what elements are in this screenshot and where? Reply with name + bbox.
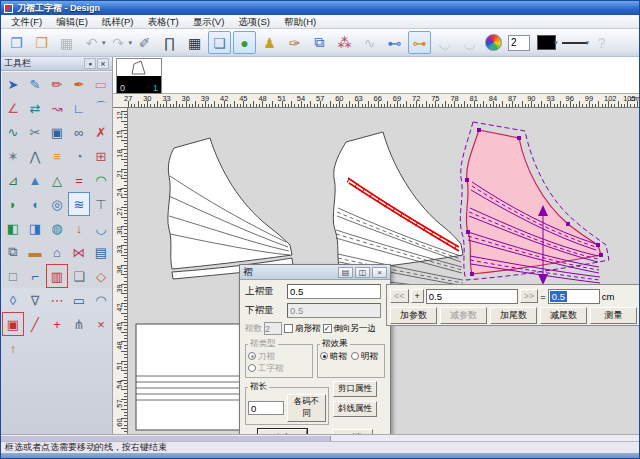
tool-leaf[interactable]: ◗ [2,192,24,216]
menu-view[interactable]: 显示(V) [187,15,231,28]
tool-copy-piece[interactable]: ❏ [68,264,90,288]
tool-pull-cross[interactable]: ✗ [90,120,112,144]
tool-sewing-machine[interactable]: ⌂ [46,240,68,264]
notch-properties-button[interactable]: 剪口属性 [333,381,377,397]
tool-twin-piece[interactable]: ◨ [24,216,46,240]
pattern-piece-draft[interactable] [168,138,293,279]
pleat-dialog-titlebar[interactable]: 褶 ▤ ◫ × [240,265,390,280]
sub-tail-button[interactable]: 减尾数 [540,307,587,324]
show-fill-icon[interactable]: ● [233,31,256,54]
pleat-length-input[interactable] [248,401,284,415]
upper-pleat-input[interactable] [287,284,381,299]
tool-awl[interactable]: ↓ [68,216,90,240]
tool-grid-boxes[interactable]: ⊞ [90,144,112,168]
tool-corner-join[interactable]: ⌐ [24,264,46,288]
tool-mirror[interactable]: ⧉ [2,240,24,264]
tool-boat[interactable]: ◡ [90,216,112,240]
tool-pleat-insert[interactable]: ▥ [46,264,68,288]
tool-cut-out[interactable]: ◊ [2,288,24,312]
tool-pleat-sew[interactable]: ⋈ [68,240,90,264]
tool-dart[interactable]: △ [46,168,68,192]
add-param-button[interactable]: 加参数 [390,307,437,324]
tool-frame-select[interactable]: ▣ [2,312,24,336]
horizontal-scrollbar[interactable] [1,434,640,441]
tool-tuck[interactable]: ◖ [24,192,46,216]
grid-table-icon[interactable]: ▦ [183,31,206,54]
tool-skew[interactable]: ⇄ [24,96,46,120]
tool-angle-point[interactable]: ∠ [2,96,24,120]
menu-table[interactable]: 表格(T) [141,15,184,28]
slant-properties-button[interactable]: 斜线属性 [333,401,377,417]
tool-lift[interactable]: ↑ [2,336,24,360]
user-tool-icon[interactable]: ♟ [258,31,281,54]
visible-pleat-radio[interactable]: 明褶 [351,351,378,361]
tool-claw-pick[interactable]: ⋔ [68,312,90,336]
tool-t-ruler[interactable]: ⊤ [90,192,112,216]
keypad-icon[interactable]: ▤ [338,267,353,278]
tool-eraser-tool[interactable]: ▭ [90,72,112,96]
tool-mound[interactable]: ◠ [90,168,112,192]
tool-comb[interactable]: ≡ [46,144,68,168]
menu-file[interactable]: 文件(F) [5,15,48,28]
tool-slant-line[interactable]: ╱ [24,312,46,336]
tool-piece[interactable]: ◧ [2,216,24,240]
share-link-icon[interactable]: ⧉ [308,31,331,54]
tool-star-cut[interactable]: ✶ [2,144,24,168]
tool-seam[interactable]: ▣ [46,120,68,144]
new-document-icon[interactable]: ❐ [5,31,28,54]
tool-fold[interactable]: ◇ [90,264,112,288]
color-wheel[interactable] [485,34,502,51]
tool-scissors[interactable]: ✂ [24,120,46,144]
tool-pen[interactable]: ✒ [68,72,90,96]
menu-pattern[interactable]: 纸样(P) [96,15,140,28]
tool-curve-adjust[interactable]: ✎ [24,72,46,96]
tool-protractor[interactable]: ◔ [68,144,90,168]
point-tool-icon[interactable]: ⊶ [408,31,431,54]
pattern-piece-finished[interactable] [460,122,609,285]
collapse-icon[interactable]: ◫ [355,267,370,278]
close-icon[interactable]: × [97,58,109,69]
menu-help[interactable]: 帮助(H) [278,15,322,28]
menu-options[interactable]: 选项(S) [232,15,276,28]
hidden-pleat-radio[interactable]: 暗褶 [320,351,347,361]
tool-set-square[interactable]: ⊿ [2,168,24,192]
plot-table-icon[interactable]: ∏ [158,31,181,54]
tool-marquee[interactable]: □ [2,264,24,288]
tool-cross-check[interactable]: × [90,312,112,336]
pin-icon[interactable]: ▪ [84,58,96,69]
color-dots-icon[interactable]: ⁂ [333,31,356,54]
chevron-down-icon[interactable]: ▾ [554,39,558,47]
tool-drawer[interactable]: ▤ [90,240,112,264]
line-width-input[interactable] [508,35,530,51]
tool-swan[interactable]: ↝ [46,96,68,120]
tool-curve[interactable]: ∿ [2,120,24,144]
tool-wave-signal[interactable]: ◠ [90,288,112,312]
tool-glasses[interactable]: ∞ [68,120,90,144]
tool-angle-cut[interactable]: ∇ [24,288,46,312]
chevron-down-icon[interactable]: ▾ [586,39,590,47]
reverse-side-checkbox[interactable]: ✓ [323,324,332,333]
tool-arc[interactable]: ⌒ [90,96,112,120]
tool-select[interactable]: ➤ [2,72,24,96]
add-tail-button[interactable]: 加尾数 [490,307,537,324]
tool-belt[interactable]: ▬ [24,240,46,264]
measure-input[interactable] [426,289,518,304]
brush-icon[interactable]: ✑ [283,31,306,54]
measure-result-field[interactable]: 0.5 [548,289,600,304]
tool-pleat-lines[interactable]: ≋ [68,192,90,216]
tool-pencil[interactable]: ✏ [46,72,68,96]
tool-fill-bucket[interactable]: ◍ [46,216,68,240]
close-icon[interactable]: × [372,267,387,278]
tool-dotted-join[interactable]: ⋯ [46,288,68,312]
fan-pleat-checkbox[interactable] [284,324,293,333]
line-style[interactable] [562,35,588,50]
tool-pin-line[interactable]: + [46,312,68,336]
measure-tool-icon[interactable]: ⊷ [383,31,406,54]
measure-button[interactable]: 测量 [590,307,637,324]
tool-parallel-lines[interactable]: = [68,168,90,192]
pattern-window-icon[interactable]: ❏ [208,31,231,54]
per-size-button[interactable]: 各码不同 [287,394,326,422]
open-file-icon[interactable]: ❒ [30,31,53,54]
menu-edit[interactable]: 编辑(E) [50,15,94,28]
piece-preview[interactable]: 0 1 [116,58,162,94]
